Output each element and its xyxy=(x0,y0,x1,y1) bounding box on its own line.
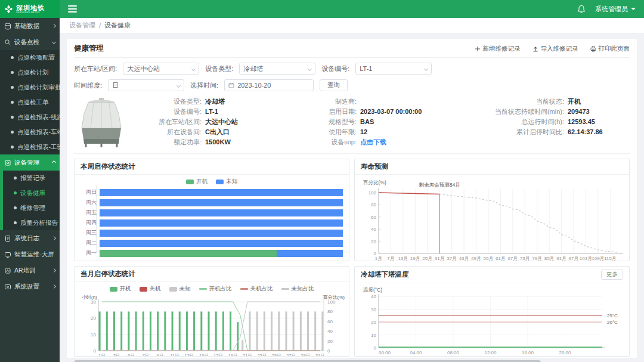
breadcrumb-current: 设备健康 xyxy=(104,21,131,30)
panel-title: 寿命预测 xyxy=(361,162,388,171)
svg-text:19日: 19日 xyxy=(228,353,238,356)
inspection-icon xyxy=(4,39,11,46)
legend-item[interactable]: 未知占比 xyxy=(281,285,314,293)
action-label: 新增维修记录 xyxy=(483,45,521,53)
tower-temp-chart: 温度(°C)01020304000:0004:0008:0012:0016:00… xyxy=(355,283,629,356)
legend-item[interactable]: 未知 xyxy=(169,285,191,293)
brand-title: 深圳地铁 xyxy=(16,5,45,11)
svg-text:20: 20 xyxy=(371,320,376,325)
device-code-select[interactable]: LT-1 xyxy=(355,63,432,75)
sidebar-subitem-device-health[interactable]: 设备健康 xyxy=(3,185,60,200)
device-type-select[interactable]: 冷却塔 xyxy=(239,63,315,75)
sop-download-link[interactable]: 点击下载 xyxy=(360,138,386,146)
sidebar-subitem-label: 质量分析报告 xyxy=(20,219,58,227)
bullet-icon xyxy=(11,71,14,74)
chevron-right-icon xyxy=(52,236,56,240)
more-button[interactable]: 更多 xyxy=(601,270,623,280)
query-button[interactable]: 查询 xyxy=(320,79,348,91)
info-label: 使用年限: xyxy=(306,128,357,136)
svg-text:115月: 115月 xyxy=(604,256,617,261)
chevron-right-icon xyxy=(52,24,56,28)
svg-text:10: 10 xyxy=(371,333,376,338)
add-maintenance-record-button[interactable]: 新增维修记录 xyxy=(475,45,521,53)
breadcrumb-parent[interactable]: 设备管理 xyxy=(69,21,95,30)
bar-segment-未知 xyxy=(277,250,343,257)
print-page-button[interactable]: 打印此页面 xyxy=(590,45,630,53)
week-status-chart: 开机未知 周日周六周五周四周三周二周一 0 h4 h8 h12 h16 h20 … xyxy=(75,175,349,261)
svg-text:04:00: 04:00 xyxy=(410,350,422,355)
code-filter-label: 设备编号: xyxy=(321,64,349,73)
svg-text:49月: 49月 xyxy=(471,256,481,261)
notification-bell-icon[interactable] xyxy=(577,5,586,14)
gear-icon xyxy=(4,283,11,290)
sidebar-item-ar-training[interactable]: AR培训 xyxy=(0,262,60,279)
svg-text:7日: 7日 xyxy=(142,353,149,356)
top-header: 系统管理员 xyxy=(60,0,644,18)
upload-icon xyxy=(532,46,538,52)
svg-text:3日: 3日 xyxy=(113,353,120,356)
week-bar-row: 周三 xyxy=(80,229,343,237)
date-picker-input[interactable]: 2023-10-20 xyxy=(224,79,314,91)
legend-item[interactable]: 未知 xyxy=(216,178,237,185)
device-code-select-value: LT-1 xyxy=(360,65,425,72)
sidebar-subitem-label: 点巡检报表-线路 xyxy=(17,113,60,122)
temp-chart-svg: 温度(°C)01020304000:0004:0008:0012:0016:00… xyxy=(361,286,626,356)
week-bar-row: 周五 xyxy=(80,209,343,216)
sidebar-item-system-settings[interactable]: 系统设置 xyxy=(0,279,60,295)
svg-text:23日: 23日 xyxy=(257,353,267,356)
sidebar-subitem[interactable]: 点巡检报表-车站 xyxy=(0,125,60,140)
svg-text:0: 0 xyxy=(94,348,97,354)
svg-text:5日: 5日 xyxy=(128,353,135,356)
time-dimension-select[interactable]: 日 xyxy=(108,79,184,91)
chevron-down-icon xyxy=(308,66,312,70)
calendar-icon xyxy=(228,82,234,88)
chevron-down-icon xyxy=(52,40,56,44)
sidebar-subitem-label: 点巡检工单 xyxy=(17,98,49,107)
device-info-col-basic: 设备类型:冷却塔 设备编号:LT-1 所在车站/区间:大运中心站 所在设备间:C… xyxy=(140,97,296,148)
sidebar-item-equipment-mgmt[interactable]: 设备管理 xyxy=(0,154,60,171)
legend-item[interactable]: 开机 xyxy=(186,178,208,185)
equipment-icon xyxy=(4,159,11,166)
sidebar-subitem[interactable]: 点巡检计划 xyxy=(0,65,60,80)
page-title: 健康管理 xyxy=(74,44,104,54)
legend-item[interactable]: 开机 xyxy=(110,285,131,293)
svg-text:20: 20 xyxy=(91,315,96,321)
svg-text:60: 60 xyxy=(327,319,333,324)
sidebar-subitem[interactable]: 报警记录 xyxy=(3,171,60,185)
plus-icon xyxy=(475,46,481,52)
sidebar-subitem[interactable]: 点巡检报表-线路 xyxy=(0,110,60,125)
chevron-down-icon xyxy=(177,83,181,87)
sidebar-subitem[interactable]: 质量分析报告 xyxy=(3,215,60,230)
sidebar-item-system-log[interactable]: 系统日志 xyxy=(0,230,60,246)
user-menu[interactable]: 系统管理员 xyxy=(595,5,636,14)
ar-icon xyxy=(4,267,11,274)
legend-item[interactable]: 关机 xyxy=(140,285,161,293)
bullet-icon xyxy=(11,146,14,148)
sidebar-item-inspection[interactable]: 设备点检 xyxy=(0,34,60,50)
svg-text:15日: 15日 xyxy=(199,353,209,356)
sidebar-subitem-label: 点巡检计划 xyxy=(17,69,49,77)
import-maintenance-record-button[interactable]: 导入维修记录 xyxy=(532,45,578,53)
chevron-right-icon xyxy=(52,268,56,273)
sidebar-subitem[interactable]: 点巡检工单 xyxy=(0,95,60,110)
sidebar-subitem[interactable]: 点巡检报表-工班 xyxy=(0,140,60,154)
svg-text:73月: 73月 xyxy=(520,256,530,261)
sidebar-item-smart-ops[interactable]: 智慧运维-大屏 xyxy=(0,246,60,262)
station-select[interactable]: 大运中心站 xyxy=(123,63,199,75)
bullet-icon xyxy=(11,86,14,89)
info-value: 12 xyxy=(360,128,367,136)
svg-text:109月: 109月 xyxy=(592,256,604,261)
chart-legend: 开机未知 xyxy=(80,177,343,186)
menu-toggle-icon[interactable] xyxy=(68,4,77,14)
sidebar-subitem[interactable]: 点巡检计划审批 xyxy=(0,80,60,95)
status-badge: 开机 xyxy=(568,97,581,106)
sidebar-subitem[interactable]: 维修管理 xyxy=(3,200,60,215)
info-label: 所在设备间: xyxy=(140,128,202,136)
panel-title: 本周启停状态统计 xyxy=(80,162,135,171)
legend-item[interactable]: 开机占比 xyxy=(199,285,232,293)
sidebar-subitem-label: 维修管理 xyxy=(20,204,45,212)
sidebar-subitem[interactable]: 点巡检项配置 xyxy=(0,50,60,65)
filter-row-2: 时间维度: 日 选择时间: 2023-10-20 查询 xyxy=(74,79,630,91)
sidebar-item-basic-data[interactable]: 基础数据 xyxy=(0,18,60,34)
legend-item[interactable]: 关机占比 xyxy=(240,285,273,293)
